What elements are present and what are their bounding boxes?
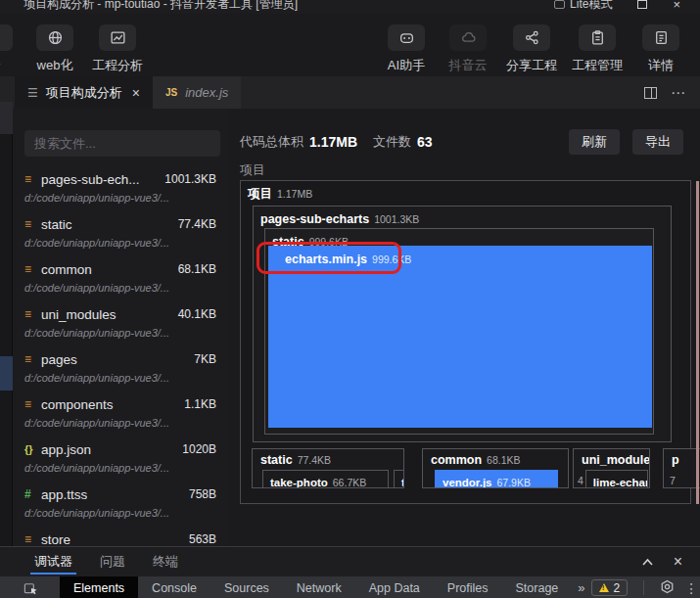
lite-mode-toggle[interactable]: Lite模式	[554, 0, 612, 13]
braces-icon: {}	[24, 443, 41, 455]
folder-stack-icon: ≡	[24, 532, 41, 546]
split-editor-icon[interactable]	[644, 87, 657, 99]
devtools-tab-sources[interactable]: Sources	[210, 576, 283, 598]
tab-label: index.js	[185, 85, 228, 100]
file-name: store	[41, 532, 70, 547]
file-size: 40.1KB	[178, 307, 216, 321]
tab-label: 项目构成分析	[46, 84, 122, 102]
editor-tab-strip: ☰ 项目构成分析 × JS index.js ⋯	[0, 76, 700, 109]
toolbar-button-project-manage[interactable]: 工程管理	[572, 24, 623, 74]
file-item-pages[interactable]: ≡pages7KBd:/code/uniapp/uniapp-vue3/...	[13, 349, 228, 392]
file-path: d:/code/uniapp/uniapp-vue3/...	[13, 462, 228, 474]
file-size: 563B	[189, 532, 216, 546]
tab-project-analysis[interactable]: ☰ 项目构成分析 ×	[15, 76, 153, 109]
file-item-pages-sub-ech-[interactable]: ≡pages-sub-ech...1001.3KBd:/code/uniapp/…	[13, 169, 228, 212]
treemap-chip-take-photo[interactable]: take-photo66.7KB	[262, 470, 389, 488]
folder-stack-icon: ≡	[24, 397, 41, 411]
devtools-tab-elements[interactable]: Elements	[60, 576, 138, 598]
lite-mode-icon	[554, 0, 565, 9]
treemap-chip-ta[interactable]: ta	[394, 470, 404, 488]
panel-collapse-icon[interactable]	[641, 555, 654, 570]
treemap-box-common[interactable]: common68.1KB vendor.js67.9KB	[422, 448, 569, 488]
file-size: 1.1KB	[184, 397, 216, 411]
js-file-icon: JS	[165, 87, 177, 98]
file-path: d:/code/uniapp/uniapp-vue3/...	[13, 507, 228, 519]
devtools-toolbar: ElementsConsoleSourcesNetworkApp DataPro…	[0, 576, 700, 598]
globe-icon	[36, 24, 73, 51]
treemap-box-uni-modules[interactable]: uni_modules 4 lime-echart	[573, 448, 650, 488]
file-item-components[interactable]: ≡components1.1KBd:/code/uniapp/uniapp-vu…	[13, 394, 228, 437]
treemap-box-static-small[interactable]: static77.4KB take-photo66.7KB ta	[252, 448, 404, 488]
devtools-settings-icon[interactable]	[660, 579, 675, 597]
toolbar-button-upload[interactable]: 传	[0, 24, 18, 74]
toolbar-button-ai-assistant[interactable]: AI助手	[383, 24, 430, 74]
robot-icon	[388, 24, 425, 51]
file-item-app-ttss[interactable]: #app.ttss758Bd:/code/uniapp/uniapp-vue3/…	[13, 484, 228, 528]
total-size-label: 代码总体积	[240, 133, 303, 151]
toolbar-button-project-analysis[interactable]: 工程分析	[92, 24, 143, 74]
file-path: d:/code/uniapp/uniapp-vue3/...	[13, 372, 228, 384]
toolbar-button-web[interactable]: web化	[31, 24, 78, 74]
panel-close-icon[interactable]: ×	[674, 553, 682, 571]
list-icon: ☰	[27, 86, 38, 100]
treemap-root-size: 1.17MB	[277, 188, 312, 200]
file-item-common[interactable]: ≡common68.1KBd:/code/uniapp/uniapp-vue3/…	[13, 259, 228, 302]
file-name: app.ttss	[41, 487, 87, 502]
file-path: d:/code/uniapp/uniapp-vue3/...	[13, 282, 228, 294]
devtools-tab-network[interactable]: Network	[283, 576, 355, 598]
panel-tab-终端[interactable]: 终端	[153, 547, 178, 576]
toolbar-button-douyin-cloud[interactable]: 抖音云	[444, 24, 491, 74]
window-title: 项目构成分析 - mp-toutiao - 抖音开发者工具 [管理员]	[23, 0, 298, 13]
refresh-button[interactable]: 刷新	[569, 129, 620, 155]
folder-stack-icon: ≡	[24, 262, 41, 276]
file-item-app-json[interactable]: {}app.json1020Bd:/code/uniapp/uniapp-vue…	[13, 439, 228, 483]
devtools-tab-profiles[interactable]: Profiles	[434, 576, 502, 598]
file-item-static[interactable]: ≡static77.4KBd:/code/uniapp/uniapp-vue3/…	[13, 214, 228, 257]
file-item-store[interactable]: ≡store563Bd:/code/uniapp/uniapp-vue3/...	[13, 529, 228, 546]
close-icon[interactable]: ×	[673, 0, 680, 11]
search-input[interactable]	[24, 130, 220, 157]
maximize-icon[interactable]	[637, 0, 647, 9]
file-size: 7KB	[194, 352, 216, 366]
treemap-chip-lime-echart[interactable]: lime-echart	[585, 470, 648, 488]
file-name: pages-sub-ech...	[41, 172, 140, 187]
tab-close-icon[interactable]: ×	[132, 85, 140, 101]
file-sidebar: ≡pages-sub-ech...1001.3KBd:/code/uniapp/…	[13, 109, 228, 546]
treemap-root-name: 项目	[248, 187, 272, 201]
toolbar-button-details[interactable]: 详情	[637, 24, 684, 74]
file-size: 68.1KB	[178, 262, 216, 276]
left-strip-block	[0, 102, 13, 134]
devtools-tab-console[interactable]: Console	[138, 576, 210, 598]
file-list: ≡pages-sub-ech...1001.3KBd:/code/uniapp/…	[13, 167, 228, 546]
treemap-root-project[interactable]: 项目1.17MB pages-sub-echarts1001.3KB stati…	[240, 180, 691, 504]
panel-tab-问题[interactable]: 问题	[100, 547, 125, 576]
warning-badge[interactable]: 2	[591, 579, 629, 596]
section-label: 项目	[240, 161, 265, 179]
more-actions-icon[interactable]: ⋯	[671, 84, 686, 102]
folder-stack-icon: ≡	[24, 172, 41, 186]
folder-stack-icon: ≡	[24, 217, 41, 231]
toolbar-button-share-project[interactable]: 分享工程	[506, 24, 557, 74]
file-item-uni-modules[interactable]: ≡uni_modules40.1KBd:/code/uniapp/uniapp-…	[13, 304, 228, 347]
file-count-value: 63	[417, 134, 433, 150]
file-name: uni_modules	[41, 307, 117, 322]
devtools-menu-icon[interactable]: ⋮	[684, 580, 698, 596]
treemap-box-pages-clipped[interactable]: p 7	[663, 448, 700, 488]
treemap-chip-vendor-js[interactable]: vendor.js67.9KB	[435, 470, 558, 488]
warning-icon	[599, 583, 609, 592]
devtools-overflow-icon[interactable]: »	[578, 580, 584, 595]
tab-index-js[interactable]: JS index.js	[153, 76, 241, 109]
devtools-tab-storage[interactable]: Storage	[502, 576, 573, 598]
file-size: 758B	[189, 487, 216, 501]
inspect-element-icon[interactable]	[23, 580, 38, 595]
panel-tab-调试器[interactable]: 调试器	[34, 547, 72, 576]
export-button[interactable]: 导出	[632, 129, 683, 155]
left-strip-selection	[0, 356, 13, 391]
hash-icon: #	[24, 487, 41, 501]
file-size: 1001.3KB	[164, 172, 216, 186]
devtools-tab-app-data[interactable]: App Data	[355, 576, 434, 598]
analysis-panel: 代码总体积 1.17MB 文件数 63 刷新 导出 项目 项目1.17MB pa…	[228, 109, 697, 546]
file-count-label: 文件数	[373, 133, 411, 151]
file-name: common	[41, 262, 92, 277]
file-name: components	[41, 397, 114, 412]
